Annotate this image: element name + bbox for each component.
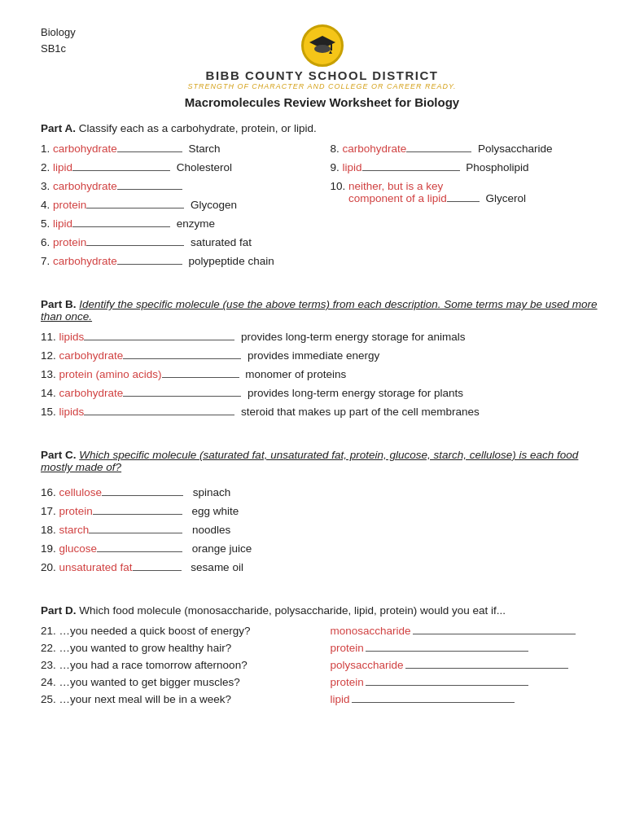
part-d-heading: Part D. Which food molecule (monosacchar… <box>41 604 603 617</box>
list-item: 3. carbohydrate <box>41 180 314 192</box>
list-item-answer: monosaccharide <box>331 625 604 637</box>
part-a-left: 1. carbohydrate Starch 2. lipid Choleste… <box>41 143 314 274</box>
list-item: 24. …you wanted to get bigger muscles? <box>41 676 314 688</box>
list-item: 17. protein egg white <box>41 505 603 517</box>
list-item-answer: polysaccharide <box>331 659 604 671</box>
part-a-right: 8. carbohydrate Polysaccharide 9. lipid … <box>331 143 604 274</box>
district-sub: STRENGTH OF CHARACTER AND COLLEGE OR CAR… <box>187 82 456 90</box>
list-item: 2. lipid Cholesterol <box>41 161 314 173</box>
part-c-items: 16. cellulose spinach 17. protein egg wh… <box>41 486 603 573</box>
bio-label: Biology SB1c <box>41 24 76 56</box>
part-b: Part B. Identify the specific molecule (… <box>41 298 603 418</box>
list-item: 4. protein Glycogen <box>41 199 314 211</box>
list-item: 11. lipids provides long-term energy sto… <box>41 331 603 343</box>
part-d-grid: 21. …you needed a quick boost of energy?… <box>41 625 603 705</box>
list-item-answer: protein <box>331 642 604 654</box>
worksheet-title: Macromolecules Review Worksheet for Biol… <box>41 95 603 109</box>
part-d: Part D. Which food molecule (monosacchar… <box>41 604 603 705</box>
list-item: 6. protein saturated fat <box>41 236 314 248</box>
part-c-heading: Part C. Which specific molecule (saturat… <box>41 449 603 473</box>
svg-point-2 <box>314 45 331 53</box>
list-item: 25. …your next meal will be in a week? <box>41 693 314 705</box>
list-item: 22. …you wanted to grow healthy hair? <box>41 642 314 654</box>
list-item: 1. carbohydrate Starch <box>41 143 314 155</box>
list-item: 12. carbohydrate provides immediate ener… <box>41 349 603 362</box>
list-item: 14. carbohydrate provides long-term ener… <box>41 387 603 399</box>
logo-area: BIBB COUNTY SCHOOL DISTRICT STRENGTH OF … <box>187 24 456 90</box>
list-item: 13. protein (amino acids) monomer of pro… <box>41 368 603 380</box>
part-a: Part A. Classify each as a carbohydrate,… <box>41 122 603 274</box>
part-c: Part C. Which specific molecule (saturat… <box>41 449 603 573</box>
part-b-items: 11. lipids provides long-term energy sto… <box>41 331 603 418</box>
list-item: 5. lipid enzyme <box>41 217 314 230</box>
list-item: 21. …you needed a quick boost of energy? <box>41 625 314 637</box>
list-item: 10. neither, but is a key component of a… <box>331 180 604 204</box>
list-item: 9. lipid Phospholipid <box>331 161 604 173</box>
list-item: 19. glucose orange juice <box>41 542 603 555</box>
district-name: BIBB COUNTY SCHOOL DISTRICT <box>206 68 439 82</box>
list-item: 20. unsaturated fat sesame oil <box>41 561 603 573</box>
part-b-heading: Part B. Identify the specific molecule (… <box>41 298 603 323</box>
part-a-grid: 1. carbohydrate Starch 2. lipid Choleste… <box>41 143 603 274</box>
list-item: 15. lipids steroid that makes up part of… <box>41 406 603 418</box>
list-item: 8. carbohydrate Polysaccharide <box>331 143 604 155</box>
list-item: 7. carbohydrate polypeptide chain <box>41 255 314 267</box>
list-item-answer: protein <box>331 676 604 688</box>
school-logo <box>301 24 344 67</box>
list-item: 16. cellulose spinach <box>41 486 603 498</box>
header: Biology SB1c BIBB COUNTY SCHOOL DISTRICT… <box>41 24 603 90</box>
mortarboard-icon <box>308 31 337 60</box>
list-item: 18. starch noodles <box>41 524 603 536</box>
part-a-heading: Part A. Classify each as a carbohydrate,… <box>41 122 603 134</box>
list-item: 23. …you had a race tomorrow afternoon? <box>41 659 314 671</box>
list-item-answer: lipid <box>331 693 604 705</box>
svg-rect-1 <box>331 42 332 50</box>
svg-marker-3 <box>329 50 332 54</box>
